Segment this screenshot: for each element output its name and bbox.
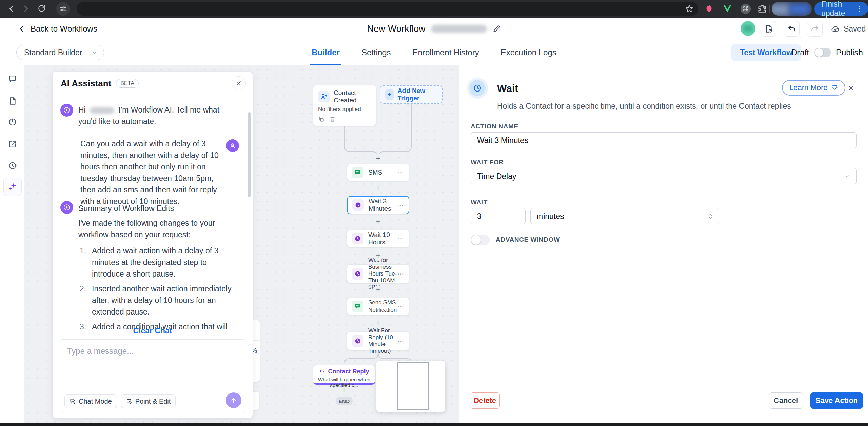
node-menu-icon[interactable]: ⋯ (397, 201, 405, 209)
workflow-toolbar: Standard Builder Builder Settings Enroll… (0, 40, 868, 65)
node-menu-icon[interactable]: ⋯ (397, 168, 405, 177)
external-link-icon[interactable] (8, 140, 17, 148)
chat-mode-icon (70, 398, 76, 405)
browser-back-icon[interactable] (7, 4, 16, 14)
chat-mode-chip[interactable]: Chat Mode (64, 394, 117, 408)
node-wait-business-hours[interactable]: Wait for Business Hours Tue-Thu 10AM-5PM… (347, 264, 409, 283)
reply-arrow-icon (319, 369, 325, 375)
add-new-trigger-button[interactable]: + Add New Trigger (380, 85, 443, 104)
tab-enrollment-history[interactable]: Enrollment History (413, 40, 479, 65)
workflow-title-wrap: New Workflow (0, 18, 868, 40)
save-action-button[interactable]: Save Action (810, 392, 863, 409)
extension-v-icon[interactable] (722, 3, 732, 14)
node-menu-icon[interactable]: ⋯ (397, 270, 405, 278)
assistant-scrollbar[interactable] (248, 112, 251, 197)
main-area: Contact Created No filters applied + Add… (0, 65, 868, 424)
version-history-button[interactable] (761, 21, 776, 37)
redacted-title-chip (431, 25, 487, 33)
comments-icon[interactable] (8, 75, 17, 83)
ai-avatar (60, 104, 73, 117)
page-title: New Workflow (367, 24, 425, 34)
finish-update-menu-icon[interactable]: ⋮ (855, 4, 863, 14)
bookmark-star-icon[interactable] (685, 4, 694, 13)
advance-window-toggle[interactable] (471, 235, 490, 245)
history-icon[interactable] (8, 161, 17, 170)
address-bar[interactable] (77, 2, 698, 16)
close-assistant-icon[interactable] (232, 76, 246, 90)
wait-clock-icon (352, 199, 364, 211)
user-message-avatar (226, 139, 239, 152)
workflow-canvas[interactable]: Contact Created No filters applied + Add… (24, 65, 459, 424)
trigger-node-contact-created[interactable]: Contact Created No filters applied (313, 85, 376, 126)
branch-node-contact-reply[interactable]: Contact Reply What will happen when spec… (313, 365, 375, 385)
extension-pink-icon[interactable] (705, 4, 713, 13)
add-step-button[interactable]: + (373, 184, 383, 193)
cloud-check-icon (831, 24, 840, 34)
trigger-subtitle: No filters applied (313, 105, 376, 114)
contact-created-icon (318, 91, 330, 102)
add-step-button[interactable]: + (373, 217, 383, 227)
ai-assistant-rail-button[interactable] (3, 178, 22, 196)
wait-unit-select[interactable]: minutes (530, 208, 719, 224)
test-workflow-button[interactable]: Test Workflow (731, 44, 801, 61)
message-input[interactable] (66, 346, 231, 388)
node-wait-for-reply[interactable]: Wait For Reply (10 Minute Timeout) ⋯ (347, 331, 409, 350)
edit-title-icon[interactable] (492, 24, 501, 33)
extensions-puzzle-icon[interactable] (757, 4, 767, 13)
node-menu-icon[interactable]: ⋯ (397, 235, 405, 243)
node-menu-icon[interactable]: ⋯ (397, 302, 405, 310)
node-wait-10-hours[interactable]: Wait 10 Hours ⋯ (347, 230, 409, 247)
node-wait-3-minutes[interactable]: Wait 3 Minutes ⋯ (347, 196, 409, 214)
saved-status: Saved (831, 22, 866, 35)
user-avatar[interactable] (741, 21, 755, 36)
point-edit-chip[interactable]: Point & Edit (121, 394, 176, 408)
minimap-viewport[interactable] (397, 362, 429, 410)
chevron-down-icon (844, 173, 850, 179)
wait-for-select[interactable]: Time Delay (471, 168, 857, 184)
cancel-button[interactable]: Cancel (769, 392, 803, 409)
stats-pie-icon[interactable] (8, 118, 17, 126)
undo-button[interactable] (784, 21, 800, 37)
back-to-workflows-button[interactable]: Back to Workflows (18, 22, 97, 35)
browser-profile-chip[interactable] (772, 2, 812, 16)
redo-button[interactable] (807, 21, 823, 37)
wait-value-input[interactable] (471, 208, 526, 224)
wait-action-panel: Wait Holds a Contact for a specific time… (459, 65, 868, 424)
tab-builder[interactable]: Builder (312, 40, 340, 65)
extension-command-icon[interactable]: ⌘ (741, 4, 751, 14)
publish-toggle[interactable] (814, 48, 831, 57)
draft-publish-toggle-group: Draft Publish (791, 44, 863, 61)
browser-chrome: ⌘ Finish update ⋮ (0, 0, 868, 18)
close-panel-icon[interactable] (844, 81, 858, 95)
advance-window-label: ADVANCE WINDOW (496, 236, 560, 243)
add-step-button[interactable]: + (373, 319, 383, 328)
send-message-button[interactable] (226, 392, 241, 408)
copy-icon[interactable] (318, 116, 324, 122)
node-sms[interactable]: SMS ⋯ (347, 164, 409, 181)
tab-settings[interactable]: Settings (361, 40, 391, 65)
tab-execution-logs[interactable]: Execution Logs (501, 40, 556, 65)
end-node: END (336, 397, 353, 405)
finish-update-button[interactable]: Finish update ⋮ (814, 2, 868, 16)
publish-label: Publish (836, 48, 863, 57)
browser-tune-icon[interactable] (56, 2, 70, 16)
node-send-sms-notification[interactable]: Send SMS Notification ⋯ (347, 298, 409, 315)
clear-chat-link[interactable]: Clear Chat (53, 326, 253, 336)
document-icon[interactable] (8, 97, 17, 105)
panel-description: Holds a Contact for a specific time, unt… (497, 102, 791, 111)
learn-more-button[interactable]: Learn More (782, 80, 845, 96)
browser-refresh-icon[interactable] (37, 4, 46, 13)
add-step-button[interactable]: + (373, 154, 383, 163)
summary-title: Summary of Workflow Edits (78, 203, 174, 214)
delete-button[interactable]: Delete (470, 392, 500, 409)
node-menu-icon[interactable]: ⋯ (397, 337, 405, 345)
action-name-input[interactable] (471, 132, 857, 148)
browser-forward-icon[interactable] (21, 4, 31, 14)
app-header: Back to Workflows New Workflow Saved (0, 18, 868, 40)
add-step-button[interactable]: + (373, 251, 383, 261)
plus-icon: + (385, 89, 394, 100)
minimap[interactable] (376, 361, 445, 412)
window-bottom-edge (0, 423, 868, 426)
trash-icon[interactable] (329, 116, 336, 122)
add-step-button[interactable]: + (373, 285, 383, 295)
